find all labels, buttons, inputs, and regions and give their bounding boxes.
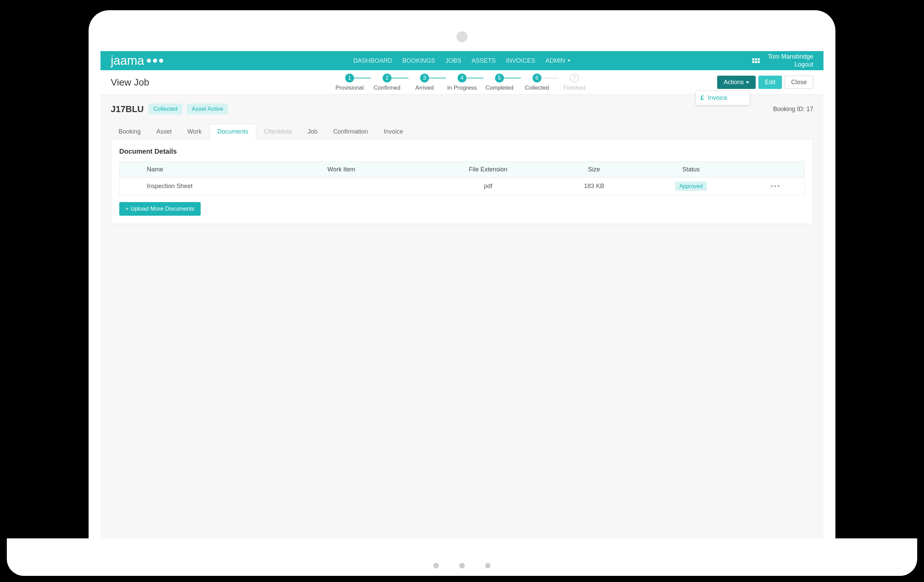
step-number: 4 <box>457 74 467 82</box>
topbar-right: Tom Mansbridge Logout <box>752 53 813 69</box>
documents-table: Name Work Item File Extension Size Statu… <box>119 162 805 195</box>
tab-documents[interactable]: Documents <box>210 124 256 139</box>
actions-dropdown: £ Invoice <box>695 91 750 105</box>
cell-name: Inspection Sheet <box>120 178 322 195</box>
status-badge-collected: Collected <box>148 104 182 114</box>
col-work-item: Work Item <box>321 162 424 178</box>
status-badge-asset-active: Asset Active <box>187 104 228 114</box>
nav-bookings[interactable]: BOOKINGS <box>403 57 435 64</box>
step-confirmed[interactable]: 2 Confirmed <box>368 74 406 91</box>
step-label: Confirmed <box>374 84 400 91</box>
step-number: 6 <box>533 74 541 82</box>
user-name: Tom Mansbridge <box>768 53 813 61</box>
col-size: Size <box>553 162 635 178</box>
actions-button[interactable]: Actions £ Invoice <box>717 76 756 89</box>
cell-status: Approved <box>635 178 747 195</box>
step-arrived[interactable]: 3 Arrived <box>406 74 443 91</box>
dropdown-invoice-item[interactable]: Invoice <box>708 94 728 102</box>
step-number: 7 <box>570 74 579 82</box>
edit-button[interactable]: Edit <box>758 76 782 89</box>
step-number: 3 <box>420 74 429 82</box>
step-label: Finished <box>564 84 585 91</box>
nav-admin-label: ADMIN <box>546 57 565 64</box>
nav-admin[interactable]: ADMIN <box>546 57 571 64</box>
documents-panel: Document Details Name Work Item File Ext… <box>111 139 813 224</box>
step-completed[interactable]: 5 Completed <box>481 74 518 91</box>
toolbar: View Job 1 Provisional 2 Confirmed 3 Arr… <box>101 70 823 95</box>
close-button[interactable]: Close <box>785 76 813 89</box>
ellipsis-icon[interactable]: ••• <box>771 182 781 190</box>
step-label: Collected <box>525 84 549 91</box>
tab-work[interactable]: Work <box>180 124 210 139</box>
brand-text: jaama <box>111 53 144 68</box>
user-block: Tom Mansbridge Logout <box>768 53 813 69</box>
tab-confirmation[interactable]: Confirmation <box>325 124 376 139</box>
job-reference: J17BLU <box>111 104 144 114</box>
laptop-camera-icon <box>457 31 467 42</box>
apps-grid-icon[interactable] <box>752 58 760 63</box>
chevron-down-icon <box>567 59 571 62</box>
nav-assets[interactable]: ASSETS <box>472 57 496 64</box>
col-status: Status <box>635 162 747 178</box>
brand-dots-icon <box>147 59 163 63</box>
table-header-row: Name Work Item File Extension Size Statu… <box>120 162 805 178</box>
cell-work-item <box>321 178 424 195</box>
step-provisional[interactable]: 1 Provisional <box>331 74 368 91</box>
pound-icon: £ <box>701 94 704 102</box>
step-label: Provisional <box>335 84 363 91</box>
col-actions <box>747 162 804 178</box>
cell-file-ext: pdf <box>424 178 553 195</box>
tab-job[interactable]: Job <box>300 124 325 139</box>
step-number: 2 <box>383 74 391 82</box>
cell-actions: ••• <box>747 178 804 195</box>
page-title: View Job <box>111 77 149 88</box>
app-screen: jaama DASHBOARD BOOKINGS JOBS ASSETS INV… <box>101 51 823 538</box>
content-area: J17BLU Collected Asset Active Booking ID… <box>101 95 823 233</box>
status-badge: Approved <box>675 181 707 191</box>
col-file-ext: File Extension <box>424 162 553 178</box>
step-collected[interactable]: 6 Collected <box>518 74 556 91</box>
brand-logo[interactable]: jaama <box>111 53 163 68</box>
step-finished: 7 Finished <box>556 74 593 91</box>
laptop-frame: jaama DASHBOARD BOOKINGS JOBS ASSETS INV… <box>89 10 835 538</box>
actions-label: Actions <box>724 79 744 86</box>
logout-link[interactable]: Logout <box>768 61 813 69</box>
nav-jobs[interactable]: JOBS <box>445 57 461 64</box>
laptop-base <box>7 538 917 576</box>
toolbar-buttons: Actions £ Invoice Edit Close <box>717 76 813 89</box>
step-number: 5 <box>495 74 504 82</box>
tab-checklists: Checklists <box>256 124 300 139</box>
panel-title: Document Details <box>119 148 805 155</box>
booking-id-label: Booking ID: 17 <box>773 106 813 113</box>
nav-dashboard[interactable]: DASHBOARD <box>353 57 392 64</box>
step-in-progress[interactable]: 4 In Progress <box>443 74 481 91</box>
chevron-down-icon <box>746 81 749 84</box>
topbar: jaama DASHBOARD BOOKINGS JOBS ASSETS INV… <box>101 51 823 70</box>
tab-invoice[interactable]: Invoice <box>376 124 411 139</box>
cell-size: 183 KB <box>553 178 635 195</box>
progress-steps: 1 Provisional 2 Confirmed 3 Arrived 4 In… <box>331 74 593 91</box>
top-nav: DASHBOARD BOOKINGS JOBS ASSETS INVOICES … <box>353 57 571 64</box>
tabs: Booking Asset Work Documents Checklists … <box>111 124 813 139</box>
tab-asset[interactable]: Asset <box>148 124 180 139</box>
step-number: 1 <box>345 74 354 82</box>
upload-more-button[interactable]: + Upload More Documents <box>119 202 201 216</box>
nav-invoices[interactable]: INVOICES <box>506 57 535 64</box>
step-label: Arrived <box>415 84 434 91</box>
step-label: In Progress <box>447 84 477 91</box>
table-row: Inspection Sheet pdf 183 KB Approved ••• <box>120 178 805 195</box>
base-dots-icon <box>433 563 491 568</box>
step-label: Completed <box>485 84 513 91</box>
tab-booking[interactable]: Booking <box>111 124 148 139</box>
col-name: Name <box>120 162 322 178</box>
